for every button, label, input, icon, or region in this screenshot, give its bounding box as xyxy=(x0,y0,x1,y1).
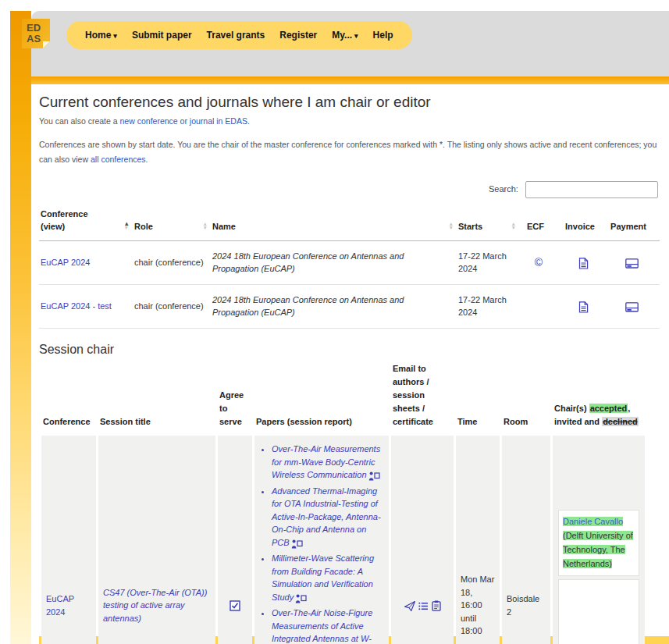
invoice-icon[interactable] xyxy=(578,300,589,313)
sort-icon[interactable]: ▲▼ xyxy=(203,222,208,230)
nav-item-submit-paper[interactable]: Submit paper xyxy=(132,30,192,41)
nav-item-travel-grants[interactable]: Travel grants xyxy=(207,30,265,41)
search-row: Search: xyxy=(31,181,658,198)
presenter-slide-icon[interactable] xyxy=(368,471,380,480)
conference-name-cell: 2024 18th European Conference on Antenna… xyxy=(211,284,457,328)
nav-item-home[interactable]: Home▾ xyxy=(85,30,117,41)
chevron-down-icon: ▾ xyxy=(113,32,117,40)
paper-link[interactable]: Over-The-Air Measurements for mm-Wave Bo… xyxy=(272,444,380,479)
list-item: Over-The-Air Measurements for mm-Wave Bo… xyxy=(272,443,384,482)
note-paragraph: Conferences are shown by start date. You… xyxy=(39,137,661,168)
time-cell: Mon Mar 18, 16:00 until 18:00 xyxy=(456,436,500,644)
conferences-table-header-row: Conference (view) ▲▼ Role ▲▼ Name ▲▼ Sta… xyxy=(39,205,660,241)
conference-link[interactable]: EuCAP 2024 xyxy=(46,594,74,617)
starts-cell: 17-22 March 2024 xyxy=(457,240,519,284)
chair-notes-textarea[interactable] xyxy=(558,579,639,644)
nav-item-register[interactable]: Register xyxy=(279,30,317,41)
payment-icon[interactable] xyxy=(625,300,639,313)
send-email-icon[interactable] xyxy=(404,599,415,612)
col-header-agree-to-serve: Agree to serve xyxy=(218,361,252,433)
chairs-cell: Daniele Cavallo (Delft University of Tec… xyxy=(553,436,645,644)
starts-cell: 17-22 March 2024 xyxy=(457,284,519,328)
col-header-starts[interactable]: Starts ▲▼ xyxy=(457,205,519,241)
section-title-session-chair: Session chair xyxy=(39,343,669,357)
payment-icon[interactable] xyxy=(625,256,639,269)
col-header-session-title: Session title xyxy=(98,361,215,433)
session-sheets-icon[interactable] xyxy=(418,599,429,612)
papers-cell: Over-The-Air Measurements for mm-Wave Bo… xyxy=(254,436,389,644)
paper-link[interactable]: Advanced Thermal-Imaging for OTA Industr… xyxy=(272,486,381,547)
list-item: Millimeter-Wave Scattering from Building… xyxy=(272,552,384,604)
edas-logo-text-top: ED xyxy=(27,23,50,34)
role-cell: chair (conference) xyxy=(133,284,211,328)
conference-link[interactable]: EuCAP 2024 - test xyxy=(41,301,112,311)
table-row: EuCAP 2024 chair (conference) 2024 18th … xyxy=(39,240,660,284)
chair-entry: Daniele Cavallo (Delft University of Tec… xyxy=(558,510,639,576)
all-conferences-link[interactable]: all conferences xyxy=(91,155,146,164)
col-header-room: Room xyxy=(502,361,550,433)
intro-paragraph: You can also create a new conference or … xyxy=(39,116,669,126)
col-header-role[interactable]: Role ▲▼ xyxy=(133,205,211,241)
table-row: EuCAP 2024 - test chair (conference) 202… xyxy=(39,284,660,328)
page-title: Current conferences and journals where I… xyxy=(39,94,669,111)
role-cell: chair (conference) xyxy=(133,240,211,284)
col-header-conference[interactable]: Conference (view) ▲▼ xyxy=(39,205,133,241)
list-item: Over-The-Air Noise-Figure Measurements o… xyxy=(272,607,384,644)
list-item: Advanced Thermal-Imaging for OTA Industr… xyxy=(272,485,384,550)
new-conference-link[interactable]: new conference or journal in EDAS. xyxy=(120,116,250,126)
session-chair-table: Conference Session title Agree to serve … xyxy=(39,358,647,644)
session-table-header-row: Conference Session title Agree to serve … xyxy=(41,361,645,433)
agree-to-serve-checkbox[interactable] xyxy=(230,600,240,610)
conferences-table: Conference (view) ▲▼ Role ▲▼ Name ▲▼ Sta… xyxy=(39,205,660,329)
chair-affiliation: (Delft University of Technology, The Net… xyxy=(563,531,633,568)
page-frame-top-bar xyxy=(31,76,669,84)
col-header-email: Email to authors / session sheets / cert… xyxy=(391,361,454,433)
nav-item-my[interactable]: My...▾ xyxy=(332,30,358,41)
table-row: EuCAP 2024 CS47 (Over-The-Air (OTA)) tes… xyxy=(41,436,645,644)
main-content: Current conferences and journals where I… xyxy=(31,84,669,636)
conference-link[interactable]: EuCAP 2024 xyxy=(41,258,90,267)
sort-icon[interactable]: ▲▼ xyxy=(449,222,454,230)
room-cell: Boisdale 2 xyxy=(502,436,550,644)
col-header-chairs: Chair(s) accepted, invited and declined xyxy=(553,361,645,433)
session-title-link[interactable]: CS47 (Over-The-Air (OTA)) testing of act… xyxy=(103,588,207,623)
sort-icon[interactable]: ▲▼ xyxy=(124,222,130,230)
presenter-slide-icon[interactable] xyxy=(295,593,307,603)
declined-highlight: declined xyxy=(602,417,639,426)
email-cell xyxy=(391,436,454,644)
certificate-clipboard-icon[interactable] xyxy=(432,599,441,612)
nav-item-help[interactable]: Help xyxy=(373,30,393,41)
search-input[interactable] xyxy=(525,181,658,198)
col-header-invoice: Invoice xyxy=(563,205,608,241)
col-header-payment: Payment xyxy=(608,205,660,241)
ecf-icon[interactable]: © xyxy=(535,254,543,271)
search-label: Search: xyxy=(489,184,518,194)
paper-link[interactable]: Millimeter-Wave Scattering from Building… xyxy=(272,553,374,602)
main-nav: Home▾ Submit paper Travel grants Registe… xyxy=(66,21,412,49)
chevron-down-icon: ▾ xyxy=(354,32,358,40)
presenter-slide-icon[interactable] xyxy=(291,539,303,548)
papers-list: Over-The-Air Measurements for mm-Wave Bo… xyxy=(259,443,384,644)
edas-logo[interactable]: ED AS xyxy=(22,19,50,48)
edas-logo-text-bottom: AS xyxy=(27,34,50,44)
invoice-icon[interactable] xyxy=(578,256,589,269)
chair-accepted-highlight: Daniele Cavallo (Delft University of Tec… xyxy=(563,517,633,568)
accepted-highlight: accepted xyxy=(589,404,628,413)
sort-icon[interactable]: ▲▼ xyxy=(511,222,516,230)
col-header-papers: Papers (session report) xyxy=(254,361,389,433)
conference-name-cell: 2024 18th European Conference on Antenna… xyxy=(211,240,457,284)
col-header-time: Time xyxy=(456,361,500,433)
page-frame-left-gradient xyxy=(10,11,31,644)
chair-name-link[interactable]: Daniele Cavallo xyxy=(563,517,623,526)
paper-link[interactable]: Over-The-Air Noise-Figure Measurements o… xyxy=(272,608,372,644)
col-header-conference: Conference xyxy=(41,361,96,433)
col-header-name[interactable]: Name ▲▼ xyxy=(211,205,457,241)
ecf-cell-empty xyxy=(519,284,563,328)
col-header-ecf: ECF xyxy=(519,205,563,241)
